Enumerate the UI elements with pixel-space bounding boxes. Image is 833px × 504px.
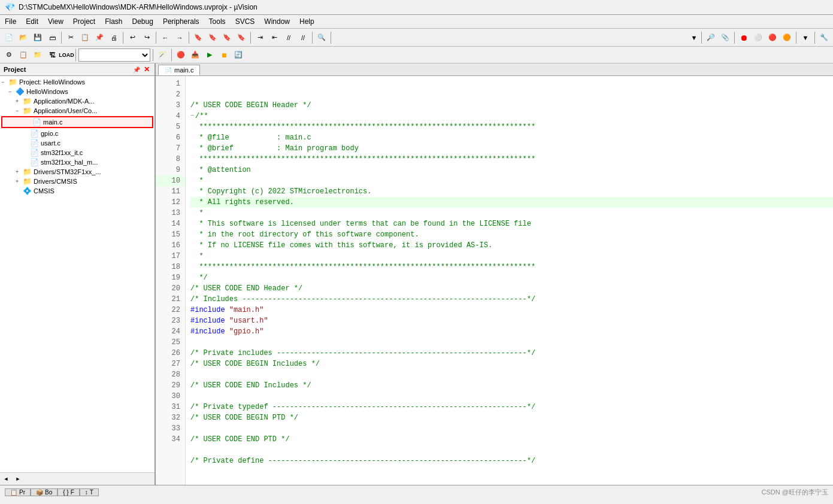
menu-item-debug[interactable]: Debug (128, 16, 158, 27)
unindent-button[interactable]: ⇤ (268, 31, 281, 44)
expand-appUser: − (16, 108, 23, 114)
reset-button[interactable]: 🔄 (232, 48, 245, 62)
project-mgr-button[interactable]: 📁 (31, 48, 44, 62)
tab-mainc[interactable]: 📄 main.c (158, 65, 200, 75)
code-line-15: * (190, 251, 833, 262)
save-all-button[interactable]: 🗃 (46, 31, 59, 44)
nav-back-button[interactable]: ← (159, 31, 172, 44)
comment-button[interactable]: // (282, 31, 295, 44)
search-replace-button[interactable]: 🔍 (315, 31, 328, 44)
code-editor[interactable]: 1234567891011121314151617181920212223242… (156, 76, 833, 485)
menu-item-project[interactable]: Project (68, 16, 100, 27)
menu-item-svcs[interactable]: SVCS (231, 16, 260, 27)
menu-item-file[interactable]: File (0, 16, 21, 27)
build-multi-button[interactable]: 🏗 (46, 48, 59, 62)
tree-item-gpioc[interactable]: 📄 gpio.c (0, 129, 155, 138)
bookmark2-button[interactable]: 🔖 (206, 31, 219, 44)
code-line-22: #include "gpio.h" (190, 326, 833, 337)
pin-icon[interactable]: 📌 (132, 65, 141, 74)
scroll-left-arrow[interactable]: ◄ (1, 474, 11, 484)
open-button[interactable]: 📂 (17, 31, 30, 44)
print-button[interactable]: 🖨 (107, 31, 120, 44)
code-line-16: ****************************************… (190, 262, 833, 272)
toolbar-icon1[interactable]: 🔎 (704, 31, 717, 44)
menu-item-help[interactable]: Help (295, 16, 319, 27)
code-text-19: /* Includes ----------------------------… (190, 294, 535, 305)
close-panel-button[interactable]: ✕ (143, 65, 151, 74)
debug2-button[interactable]: 🟠 (780, 31, 793, 44)
tree-item-appMDK[interactable]: + 📁 Application/MDK-A... (0, 96, 155, 106)
project-window-button[interactable]: 📋 (17, 48, 30, 62)
bookmark1-button[interactable]: 🔖 (192, 31, 205, 44)
sep9 (734, 32, 735, 44)
code-text-10: * All rights reserved. (190, 197, 294, 208)
status-tab-pr[interactable]: 📋 Pr (5, 488, 31, 496)
copy-button[interactable]: 📋 (78, 31, 92, 44)
status-tab-t[interactable]: ↕ T (80, 488, 99, 496)
run-button[interactable]: ▶ (203, 48, 216, 62)
code-content[interactable]: /* USER CODE BEGIN Header */−/** *******… (186, 76, 833, 485)
settings-button[interactable]: 🔧 (817, 31, 831, 44)
app-icon: 💎 (5, 2, 15, 12)
new-file-button[interactable]: 📄 (2, 31, 16, 44)
menu-item-tools[interactable]: Tools (204, 16, 231, 27)
menu-item-edit[interactable]: Edit (21, 16, 43, 27)
undo-button[interactable]: ↩ (126, 31, 139, 44)
redo-button[interactable]: ↪ (140, 31, 153, 44)
tree-item-stm32it[interactable]: 📄 stm32f1xx_it.c (0, 148, 155, 157)
status-tab-f[interactable]: { } F (57, 488, 80, 496)
tree-item-root[interactable]: − 📁 Project: HelloWindows (0, 77, 155, 87)
magic-wand-button[interactable]: 🪄 (156, 48, 169, 62)
debug1-button[interactable]: 🔴 (766, 31, 779, 44)
compile-button[interactable]: 🔴 (174, 48, 187, 62)
code-text-6: ****************************************… (190, 154, 535, 165)
code-line-8: * (190, 175, 833, 186)
code-text-15: * (190, 251, 204, 262)
save-button[interactable]: 💾 (31, 31, 44, 44)
stop2-button[interactable]: ⏹ (217, 48, 231, 62)
status-tab-bo[interactable]: 📦 Bo (31, 488, 57, 496)
line-num-3: 3 (156, 100, 185, 111)
bookmark3-button[interactable]: 🔖 (220, 31, 234, 44)
tree-item-usartc[interactable]: 📄 usart.c (0, 138, 155, 148)
menu-item-window[interactable]: Window (259, 16, 295, 27)
tree-item-cmsis[interactable]: 💠 CMSIS (0, 186, 155, 196)
tree-item-driversCMSIS[interactable]: + 📁 Drivers/CMSIS (0, 177, 155, 186)
code-text-13: * in the root directory of this software… (190, 229, 419, 240)
driverstm32-label: Drivers/STM32F1xx_... (34, 168, 101, 175)
tree-item-driverstm32[interactable]: + 📁 Drivers/STM32F1xx_... (0, 167, 155, 177)
tree-item-stm32hal[interactable]: 📄 stm32f1xx_hal_m... (0, 157, 155, 167)
line-num-14: 14 (156, 218, 185, 229)
line-num-22: 22 (156, 305, 185, 315)
code-line-14: * If no LICENSE file comes with this sof… (190, 240, 833, 251)
menu-item-flash[interactable]: Flash (100, 16, 127, 27)
tree-item-hw[interactable]: − 🔷 HelloWindows (0, 87, 155, 96)
bookmark4-button[interactable]: 🔖 (235, 31, 248, 44)
usartc-icon: 📄 (30, 139, 39, 147)
collapse-icon-2[interactable]: − (190, 111, 194, 122)
load-button[interactable]: LOAD (60, 48, 73, 62)
sep2 (123, 32, 123, 44)
download-button[interactable]: 📥 (189, 48, 202, 62)
stop-button[interactable]: ⚪ (752, 31, 765, 44)
scroll-right-arrow[interactable]: ► (13, 474, 23, 484)
indent-button[interactable]: ⇥ (253, 31, 266, 44)
menu-item-view[interactable]: View (43, 16, 68, 27)
dropdown-btn[interactable]: ▼ (689, 31, 699, 44)
target-settings-button[interactable]: ⚙ (2, 48, 16, 62)
code-line-24: /* Private includes --------------------… (190, 348, 833, 359)
target-select[interactable]: HelloWindows (78, 48, 150, 62)
dropdown2-btn[interactable]: ▼ (799, 31, 812, 44)
code-line-10: * All rights reserved. (190, 197, 833, 208)
paste-button[interactable]: 📌 (93, 31, 106, 44)
tree-item-appUser[interactable]: − 📁 Application/User/Co... (0, 106, 155, 116)
appMDK-label: Application/MDK-A... (34, 98, 94, 105)
cut-button[interactable]: ✂ (64, 31, 77, 44)
menu-item-peripherals[interactable]: Peripherals (158, 16, 204, 27)
cmsis-icon: 💠 (23, 187, 32, 195)
toolbar-icon2[interactable]: 📎 (719, 31, 732, 44)
nav-forward-button[interactable]: → (173, 31, 186, 44)
uncomment-button[interactable]: // (296, 31, 310, 44)
build-button[interactable]: ⏺ (737, 31, 750, 44)
tree-item-mainc[interactable]: 📄 main.c (1, 116, 153, 128)
